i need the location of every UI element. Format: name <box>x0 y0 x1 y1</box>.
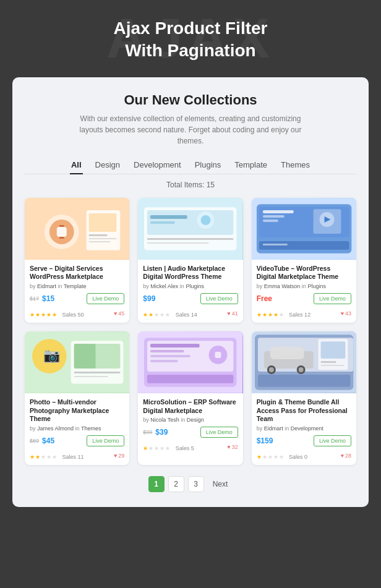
product-stats-6: ★★★★★ Sales 0 ♥ 28 <box>257 450 351 461</box>
product-title-6: Plugin & Theme Bundle All Access Pass fo… <box>257 398 351 424</box>
svg-rect-18 <box>147 238 233 240</box>
likes-1: ♥ 45 <box>114 310 124 317</box>
page-1-btn[interactable]: 1 <box>148 476 165 492</box>
price-new-6: $159 <box>257 437 273 445</box>
likes-4: ♥ 29 <box>114 453 124 459</box>
product-image-3 <box>252 198 356 260</box>
svg-rect-25 <box>263 219 278 222</box>
likes-3: ♥ 43 <box>341 310 351 317</box>
product-image-2 <box>138 198 242 260</box>
page-header: AJAX Ajax Product Filter With Pagination <box>0 0 381 77</box>
svg-rect-36 <box>74 344 96 369</box>
stars-empty-3: ★ <box>279 312 285 318</box>
product-title-1: Serve – Digital Services WordPress Marke… <box>30 265 124 281</box>
svg-text:📷: 📷 <box>43 347 61 364</box>
price-block-6: $159 <box>257 437 273 445</box>
stars-empty-4: ★★★ <box>41 454 58 460</box>
tab-themes[interactable]: Themes <box>280 156 311 174</box>
svg-rect-8 <box>89 234 108 236</box>
stars-empty-2: ★★★ <box>154 312 171 318</box>
svg-rect-3 <box>57 227 67 237</box>
product-card-4: 📷 Photto – Multi-vendor Photography Mark… <box>25 331 129 465</box>
product-card-6: Plugin & Theme Bundle All Access Pass fo… <box>252 331 356 465</box>
stars-3: ★★★★ <box>257 312 279 318</box>
product-title-5: MicroSolution – ERP Software Digital Mar… <box>143 398 238 415</box>
price-block-2: $99 <box>143 294 155 303</box>
product-author-1: by Eidmart in Template <box>30 283 124 289</box>
svg-rect-54 <box>270 347 304 359</box>
product-stats-2: ★★★★★ Sales 14 ♥ 41 <box>143 308 238 319</box>
stars-4: ★★ <box>30 454 41 460</box>
product-price-row-1: $17 $15 Live Demo <box>30 293 124 304</box>
filter-tabs: All Design Development Plugins Template … <box>25 156 356 174</box>
total-items-count: Total Items: 15 <box>25 181 356 189</box>
product-price-row-4: $69 $45 Live Demo <box>30 435 124 446</box>
product-author-5: by Nicola Tesh in Design <box>143 417 238 423</box>
svg-rect-30 <box>263 244 288 245</box>
section-title: Our New Collections <box>25 92 356 108</box>
svg-rect-44 <box>150 350 184 352</box>
product-card-2: Listen | Audio Marketplace Digital WordP… <box>138 198 242 323</box>
product-author-2: by Mickel Alex in Plugins <box>143 283 238 289</box>
price-free-3: Free <box>257 294 272 303</box>
price-block-1: $17 $15 <box>30 294 54 303</box>
stars-and-sales-4: ★★★★★ Sales 11 <box>30 450 83 461</box>
product-body-6: Plugin & Theme Bundle All Access Pass fo… <box>252 393 356 465</box>
product-body-2: Listen | Audio Marketplace Digital WordP… <box>138 260 242 323</box>
stars-1: ★★★★★ <box>30 312 58 318</box>
svg-rect-10 <box>89 241 111 242</box>
page-2-btn[interactable]: 2 <box>168 476 184 492</box>
svg-rect-38 <box>74 376 108 377</box>
page-next-btn[interactable]: Next <box>208 477 233 491</box>
stars-and-sales-5: ★★★★★ Sales 5 <box>143 441 194 453</box>
section-description: With our extensive collection of element… <box>79 113 302 147</box>
product-body-5: MicroSolution – ERP Software Digital Mar… <box>138 393 242 456</box>
price-block-3: Free <box>257 294 272 303</box>
tab-all[interactable]: All <box>70 156 83 174</box>
svg-rect-48 <box>215 352 221 358</box>
sales-4: Sales 11 <box>62 454 83 460</box>
svg-rect-60 <box>320 341 345 359</box>
live-demo-btn-4[interactable]: Live Demo <box>87 435 124 446</box>
tab-development[interactable]: Development <box>132 156 182 174</box>
product-price-row-3: Free Live Demo <box>257 293 351 304</box>
stars-empty-6: ★★★★ <box>262 454 285 460</box>
main-container: Our New Collections With our extensive c… <box>12 77 369 507</box>
stars-5: ★ <box>143 445 148 451</box>
product-author-3: by Emma Watson in Plugins <box>257 283 351 289</box>
product-image-6 <box>252 331 356 393</box>
stars-and-sales-3: ★★★★★ Sales 12 <box>257 308 310 319</box>
live-demo-btn-2[interactable]: Live Demo <box>200 293 238 304</box>
live-demo-btn-1[interactable]: Live Demo <box>87 293 124 304</box>
live-demo-btn-5[interactable]: Live Demo <box>200 427 238 438</box>
live-demo-btn-3[interactable]: Live Demo <box>314 293 351 304</box>
svg-rect-37 <box>74 372 121 373</box>
sales-5: Sales 5 <box>176 445 194 451</box>
product-image-5 <box>138 331 242 393</box>
tab-template[interactable]: Template <box>233 156 268 174</box>
tab-plugins[interactable]: Plugins <box>194 156 223 174</box>
svg-rect-29 <box>259 241 349 250</box>
live-demo-btn-6[interactable]: Live Demo <box>314 435 351 446</box>
likes-6: ♥ 28 <box>341 453 351 459</box>
stars-and-sales-2: ★★★★★ Sales 14 <box>143 308 197 319</box>
svg-rect-15 <box>150 221 175 224</box>
sales-6: Sales 0 <box>289 454 307 460</box>
svg-rect-46 <box>150 360 178 362</box>
price-block-4: $69 $45 <box>30 437 54 445</box>
price-old-1: $17 <box>30 296 39 302</box>
product-body-3: VideoTube – WordPress Digital Marketplac… <box>252 260 356 323</box>
price-block-5: $99 $39 <box>143 428 168 437</box>
svg-rect-24 <box>263 215 285 218</box>
page-3-btn[interactable]: 3 <box>188 476 204 492</box>
svg-rect-49 <box>147 375 233 383</box>
product-body-1: Serve – Digital Services WordPress Marke… <box>25 260 129 323</box>
product-author-6: by Eidmart in Development <box>257 425 351 432</box>
product-card-5: MicroSolution – ERP Software Digital Mar… <box>138 331 242 465</box>
tab-design[interactable]: Design <box>94 156 121 174</box>
svg-rect-43 <box>150 344 200 347</box>
pagination: 1 2 3 Next <box>25 476 356 492</box>
product-body-4: Photto – Multi-vendor Photography Market… <box>25 393 129 465</box>
sales-1: Sales 50 <box>62 312 83 318</box>
sales-3: Sales 12 <box>289 312 310 318</box>
